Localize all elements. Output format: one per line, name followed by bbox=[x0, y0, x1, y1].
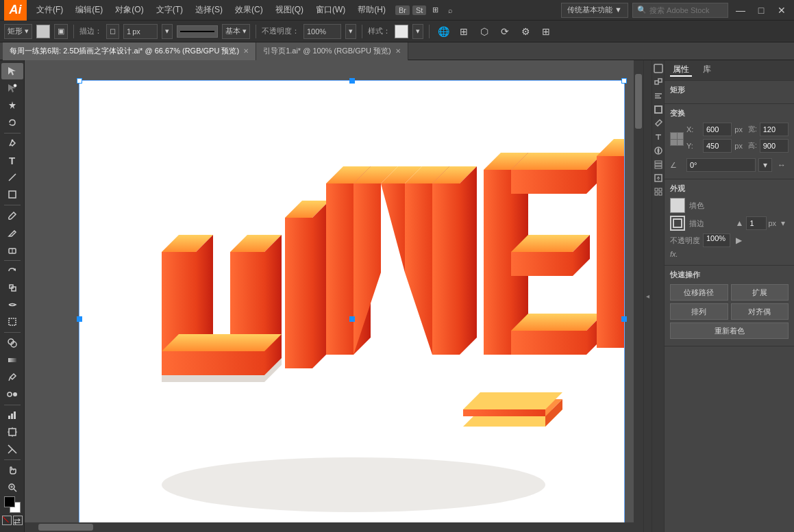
menu-object[interactable]: 对象(O) bbox=[110, 0, 149, 21]
search-bar[interactable]: 🔍 bbox=[632, 3, 728, 18]
tab-guide-close[interactable]: ✕ bbox=[395, 47, 401, 55]
expand-btn[interactable]: 扩展 bbox=[731, 284, 789, 301]
style-dropdown[interactable]: ▾ bbox=[412, 24, 423, 39]
minimize-btn[interactable]: — bbox=[732, 2, 749, 18]
eyedropper-btn[interactable] bbox=[1, 369, 23, 385]
extra-icon[interactable]: ⚙ bbox=[517, 23, 534, 40]
free-transform-btn[interactable] bbox=[1, 314, 23, 330]
flip-h-btn[interactable]: ↔ bbox=[775, 158, 789, 172]
menu-edit[interactable]: 编辑(E) bbox=[70, 0, 108, 21]
stroke-box-icon[interactable] bbox=[670, 216, 685, 231]
stroke-dropdown-btn[interactable]: ▾ bbox=[778, 218, 789, 229]
handle-mr[interactable] bbox=[621, 316, 627, 322]
panel-icon-appearance[interactable] bbox=[653, 63, 664, 74]
direct-selection-btn[interactable] bbox=[1, 80, 23, 97]
search-input[interactable] bbox=[649, 6, 723, 14]
tab-main-file[interactable]: 每周一练第6期: 2.5D插画之字体设计.ai* @ 66.67% (RGB/G… bbox=[3, 42, 256, 60]
panel-icon-type[interactable] bbox=[653, 131, 664, 142]
zoom-btn[interactable] bbox=[1, 479, 23, 496]
stroke-width-input[interactable]: 1 px bbox=[123, 24, 158, 39]
graph-btn[interactable] bbox=[1, 407, 23, 424]
selection-tool-btn[interactable] bbox=[1, 63, 23, 79]
warp-tool-btn[interactable] bbox=[1, 296, 23, 313]
handle-tc[interactable] bbox=[349, 78, 355, 84]
artboard-btn[interactable] bbox=[1, 424, 23, 440]
vertical-scrollbar[interactable] bbox=[634, 60, 643, 522]
stroke-color-dropdown[interactable]: ◻ bbox=[106, 24, 119, 39]
rectangle-tool-btn[interactable] bbox=[1, 186, 23, 203]
blend-tool-btn[interactable] bbox=[1, 386, 23, 403]
menu-view[interactable]: 视图(Q) bbox=[270, 0, 309, 21]
align-even-btn[interactable]: 对齐偶 bbox=[731, 303, 789, 320]
stroke-unit-dropdown[interactable]: ▾ bbox=[162, 24, 173, 39]
recolor-icon[interactable]: 🌐 bbox=[435, 23, 451, 40]
brush-tool-btn[interactable] bbox=[1, 207, 23, 224]
menu-select[interactable]: 选择(S) bbox=[190, 0, 228, 21]
scroll-thumb-vertical[interactable] bbox=[635, 74, 642, 129]
lasso-btn[interactable] bbox=[1, 114, 23, 131]
opacity-input[interactable]: 100% bbox=[303, 24, 341, 39]
offset-path-btn[interactable]: 位移路径 bbox=[670, 284, 728, 301]
line-tool-btn[interactable] bbox=[1, 169, 23, 186]
eraser-tool-btn[interactable] bbox=[1, 242, 23, 258]
shape-type-dropdown[interactable]: 矩形 ▾ bbox=[4, 24, 32, 39]
recolor-btn[interactable]: 重新着色 bbox=[670, 322, 789, 339]
handle-ml[interactable] bbox=[77, 316, 82, 322]
align-icon[interactable]: ⊞ bbox=[456, 23, 472, 40]
opacity-expand-btn[interactable]: ▶ bbox=[733, 235, 744, 246]
scroll-thumb-horizontal[interactable] bbox=[38, 524, 93, 531]
handle-tr[interactable] bbox=[621, 78, 627, 84]
close-btn[interactable]: ✕ bbox=[773, 2, 790, 18]
arrange-icon[interactable]: ⌕ bbox=[445, 5, 456, 15]
panel-icon-brush[interactable] bbox=[653, 118, 664, 129]
opacity-appearance-value[interactable]: 100% bbox=[703, 233, 730, 247]
tab-guide-file[interactable]: 引导页1.ai* @ 100% (RGB/GPU 预览) ✕ bbox=[256, 42, 408, 60]
stock-icon[interactable]: St bbox=[412, 5, 426, 15]
stroke-value-up[interactable]: ▲ bbox=[734, 218, 745, 229]
menu-help[interactable]: 帮助(H) bbox=[352, 0, 391, 21]
shape-icon[interactable]: ⬡ bbox=[476, 23, 493, 40]
no-fill-icon[interactable] bbox=[2, 516, 12, 525]
handle-tl[interactable] bbox=[77, 78, 82, 84]
transform-icon[interactable]: ⟳ bbox=[497, 23, 513, 40]
scale-tool-btn[interactable] bbox=[1, 279, 23, 296]
type-tool-btn[interactable]: T bbox=[1, 152, 23, 168]
width-value-display[interactable]: 120 bbox=[760, 123, 789, 136]
slice-btn[interactable] bbox=[1, 441, 23, 457]
bridge-icon[interactable]: Br bbox=[395, 5, 410, 15]
color-pair[interactable] bbox=[4, 496, 21, 513]
shape-builder-btn[interactable]: + bbox=[1, 335, 23, 351]
panels-icon[interactable]: ⊞ bbox=[538, 23, 554, 40]
rotate-tool-btn[interactable] bbox=[1, 263, 23, 279]
panel-icon-extra[interactable] bbox=[653, 186, 664, 197]
tab-main-close[interactable]: ✕ bbox=[243, 47, 249, 55]
style-swatch[interactable] bbox=[395, 25, 408, 38]
stroke-appearance-value[interactable]: 1 bbox=[746, 216, 767, 230]
opacity-arrow-dropdown[interactable]: ▾ bbox=[345, 24, 356, 39]
arrange-btn[interactable]: 排列 bbox=[670, 303, 728, 320]
panel-collapse-btn[interactable]: ◂ bbox=[643, 60, 652, 532]
angle-value-display[interactable]: 0° bbox=[686, 158, 756, 172]
angle-dropdown-btn[interactable]: ▾ bbox=[758, 158, 772, 172]
grid-icon[interactable]: ⊞ bbox=[429, 5, 442, 15]
panel-icon-stroke[interactable] bbox=[653, 104, 664, 115]
height-value-display[interactable]: 900 bbox=[760, 139, 789, 153]
canvas-area[interactable]: ⊕ bbox=[25, 60, 643, 532]
magic-wand-btn[interactable] bbox=[1, 97, 23, 114]
swap-colors-icon[interactable]: ⇄ bbox=[13, 516, 23, 525]
pencil-tool-btn[interactable] bbox=[1, 225, 23, 241]
panel-icon-layers[interactable] bbox=[653, 159, 664, 170]
workspace-btn[interactable]: 传统基本功能 ▼ bbox=[561, 3, 628, 18]
panel-icon-transform[interactable] bbox=[653, 77, 664, 88]
menu-window[interactable]: 窗口(W) bbox=[310, 0, 351, 21]
x-value-display[interactable]: 600 bbox=[703, 123, 732, 136]
menu-text[interactable]: 文字(T) bbox=[151, 0, 188, 21]
handle-center[interactable] bbox=[349, 316, 355, 322]
stroke-style-dropdown[interactable]: 基本 ▾ bbox=[222, 24, 250, 39]
panel-tab-properties[interactable]: 属性 bbox=[670, 64, 692, 77]
fill-type-dropdown[interactable]: ▣ bbox=[54, 24, 68, 39]
panel-icon-export[interactable] bbox=[653, 173, 664, 183]
menu-file[interactable]: 文件(F) bbox=[31, 0, 69, 21]
fill-swatch[interactable] bbox=[36, 25, 50, 38]
panel-icon-recolor[interactable] bbox=[653, 145, 664, 156]
